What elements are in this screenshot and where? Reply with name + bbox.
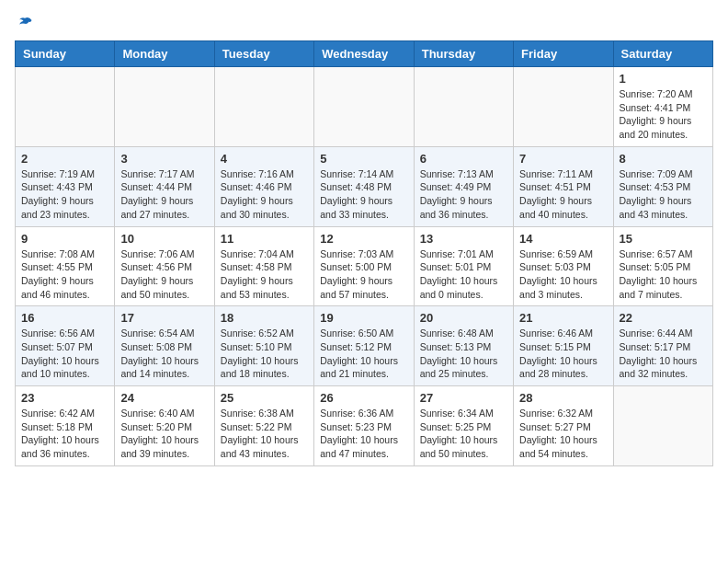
calendar-day: 7Sunrise: 7:11 AM Sunset: 4:51 PM Daylig… (514, 146, 613, 226)
calendar-day: 9Sunrise: 7:08 AM Sunset: 4:55 PM Daylig… (16, 226, 115, 306)
day-number: 14 (519, 232, 607, 246)
day-info: Sunrise: 6:44 AM Sunset: 5:17 PM Dayligh… (620, 327, 707, 381)
day-number: 17 (120, 311, 208, 325)
calendar-week-2: 2Sunrise: 7:19 AM Sunset: 4:43 PM Daylig… (16, 146, 713, 226)
calendar-day: 15Sunrise: 6:57 AM Sunset: 5:05 PM Dayli… (613, 226, 712, 306)
calendar-day: 20Sunrise: 6:48 AM Sunset: 5:13 PM Dayli… (414, 306, 513, 386)
day-number: 27 (420, 391, 507, 405)
day-number: 19 (320, 311, 407, 325)
page-header (15, 15, 713, 31)
day-info: Sunrise: 7:04 AM Sunset: 4:58 PM Dayligh… (221, 247, 308, 302)
day-number: 7 (519, 152, 607, 166)
day-number: 26 (320, 391, 407, 405)
calendar-table: SundayMondayTuesdayWednesdayThursdayFrid… (15, 40, 713, 466)
day-info: Sunrise: 7:17 AM Sunset: 4:44 PM Dayligh… (120, 167, 208, 222)
calendar-day (214, 67, 313, 147)
day-number: 16 (21, 311, 108, 325)
calendar-day: 21Sunrise: 6:46 AM Sunset: 5:15 PM Dayli… (514, 306, 613, 386)
day-number: 24 (120, 391, 208, 405)
calendar-day: 27Sunrise: 6:34 AM Sunset: 5:25 PM Dayli… (414, 386, 513, 466)
calendar-day (16, 67, 115, 147)
calendar-day: 2Sunrise: 7:19 AM Sunset: 4:43 PM Daylig… (16, 146, 115, 226)
day-info: Sunrise: 7:19 AM Sunset: 4:43 PM Dayligh… (21, 167, 108, 222)
calendar-day: 19Sunrise: 6:50 AM Sunset: 5:12 PM Dayli… (314, 306, 414, 386)
day-info: Sunrise: 6:32 AM Sunset: 5:27 PM Dayligh… (519, 407, 607, 461)
calendar-day: 11Sunrise: 7:04 AM Sunset: 4:58 PM Dayli… (214, 226, 313, 306)
calendar-week-5: 23Sunrise: 6:42 AM Sunset: 5:18 PM Dayli… (16, 386, 713, 466)
day-number: 18 (221, 311, 308, 325)
day-number: 22 (620, 311, 707, 325)
day-header-monday: Monday (115, 41, 214, 67)
day-number: 1 (620, 72, 707, 86)
day-info: Sunrise: 6:48 AM Sunset: 5:13 PM Dayligh… (420, 327, 507, 381)
day-number: 10 (120, 232, 208, 246)
day-header-friday: Friday (514, 41, 613, 67)
day-number: 25 (221, 391, 308, 405)
day-header-wednesday: Wednesday (314, 41, 414, 67)
day-header-saturday: Saturday (613, 41, 712, 67)
day-info: Sunrise: 6:54 AM Sunset: 5:08 PM Dayligh… (120, 327, 208, 381)
day-info: Sunrise: 6:50 AM Sunset: 5:12 PM Dayligh… (320, 327, 407, 381)
day-number: 13 (420, 232, 507, 246)
day-info: Sunrise: 6:59 AM Sunset: 5:03 PM Dayligh… (519, 247, 607, 302)
calendar-day (314, 67, 414, 147)
calendar-day: 5Sunrise: 7:14 AM Sunset: 4:48 PM Daylig… (314, 146, 414, 226)
day-info: Sunrise: 6:56 AM Sunset: 5:07 PM Dayligh… (21, 327, 108, 381)
calendar-week-1: 1Sunrise: 7:20 AM Sunset: 4:41 PM Daylig… (16, 67, 713, 147)
calendar-day (514, 67, 613, 147)
day-number: 2 (21, 152, 108, 166)
day-number: 9 (21, 232, 108, 246)
day-number: 4 (221, 152, 308, 166)
calendar-day: 3Sunrise: 7:17 AM Sunset: 4:44 PM Daylig… (115, 146, 214, 226)
day-info: Sunrise: 7:13 AM Sunset: 4:49 PM Dayligh… (420, 167, 507, 222)
calendar-day: 24Sunrise: 6:40 AM Sunset: 5:20 PM Dayli… (115, 386, 214, 466)
day-number: 28 (519, 391, 607, 405)
calendar-day: 10Sunrise: 7:06 AM Sunset: 4:56 PM Dayli… (115, 226, 214, 306)
calendar-day: 16Sunrise: 6:56 AM Sunset: 5:07 PM Dayli… (16, 306, 115, 386)
logo (15, 15, 33, 31)
calendar-day: 1Sunrise: 7:20 AM Sunset: 4:41 PM Daylig… (613, 67, 712, 147)
calendar-day: 6Sunrise: 7:13 AM Sunset: 4:49 PM Daylig… (414, 146, 513, 226)
calendar-day: 17Sunrise: 6:54 AM Sunset: 5:08 PM Dayli… (115, 306, 214, 386)
day-info: Sunrise: 6:52 AM Sunset: 5:10 PM Dayligh… (221, 327, 308, 381)
calendar-day: 12Sunrise: 7:03 AM Sunset: 5:00 PM Dayli… (314, 226, 414, 306)
day-info: Sunrise: 7:03 AM Sunset: 5:00 PM Dayligh… (320, 247, 407, 302)
day-info: Sunrise: 7:08 AM Sunset: 4:55 PM Dayligh… (21, 247, 108, 302)
day-info: Sunrise: 7:06 AM Sunset: 4:56 PM Dayligh… (120, 247, 208, 302)
calendar-header-row: SundayMondayTuesdayWednesdayThursdayFrid… (16, 41, 713, 67)
calendar-day: 14Sunrise: 6:59 AM Sunset: 5:03 PM Dayli… (514, 226, 613, 306)
day-header-sunday: Sunday (16, 41, 115, 67)
day-number: 3 (120, 152, 208, 166)
day-info: Sunrise: 7:20 AM Sunset: 4:41 PM Dayligh… (620, 87, 707, 142)
logo-bird-icon (17, 15, 33, 31)
day-number: 6 (420, 152, 507, 166)
calendar-day: 25Sunrise: 6:38 AM Sunset: 5:22 PM Dayli… (214, 386, 313, 466)
day-number: 8 (620, 152, 707, 166)
day-info: Sunrise: 7:09 AM Sunset: 4:53 PM Dayligh… (620, 167, 707, 222)
day-number: 21 (519, 311, 607, 325)
day-header-tuesday: Tuesday (214, 41, 313, 67)
day-number: 15 (620, 232, 707, 246)
calendar-week-4: 16Sunrise: 6:56 AM Sunset: 5:07 PM Dayli… (16, 306, 713, 386)
day-info: Sunrise: 7:16 AM Sunset: 4:46 PM Dayligh… (221, 167, 308, 222)
calendar-day: 13Sunrise: 7:01 AM Sunset: 5:01 PM Dayli… (414, 226, 513, 306)
day-info: Sunrise: 7:11 AM Sunset: 4:51 PM Dayligh… (519, 167, 607, 222)
calendar-day: 8Sunrise: 7:09 AM Sunset: 4:53 PM Daylig… (613, 146, 712, 226)
day-info: Sunrise: 6:42 AM Sunset: 5:18 PM Dayligh… (21, 407, 108, 461)
day-info: Sunrise: 6:38 AM Sunset: 5:22 PM Dayligh… (221, 407, 308, 461)
calendar-day: 22Sunrise: 6:44 AM Sunset: 5:17 PM Dayli… (613, 306, 712, 386)
calendar-day: 26Sunrise: 6:36 AM Sunset: 5:23 PM Dayli… (314, 386, 414, 466)
calendar-day: 4Sunrise: 7:16 AM Sunset: 4:46 PM Daylig… (214, 146, 313, 226)
calendar-day: 23Sunrise: 6:42 AM Sunset: 5:18 PM Dayli… (16, 386, 115, 466)
calendar-day (414, 67, 513, 147)
day-number: 20 (420, 311, 507, 325)
day-header-thursday: Thursday (414, 41, 513, 67)
day-info: Sunrise: 7:14 AM Sunset: 4:48 PM Dayligh… (320, 167, 407, 222)
day-number: 5 (320, 152, 407, 166)
day-number: 23 (21, 391, 108, 405)
calendar-day: 28Sunrise: 6:32 AM Sunset: 5:27 PM Dayli… (514, 386, 613, 466)
day-info: Sunrise: 6:36 AM Sunset: 5:23 PM Dayligh… (320, 407, 407, 461)
calendar-day (613, 386, 712, 466)
day-info: Sunrise: 7:01 AM Sunset: 5:01 PM Dayligh… (420, 247, 507, 302)
calendar-day: 18Sunrise: 6:52 AM Sunset: 5:10 PM Dayli… (214, 306, 313, 386)
